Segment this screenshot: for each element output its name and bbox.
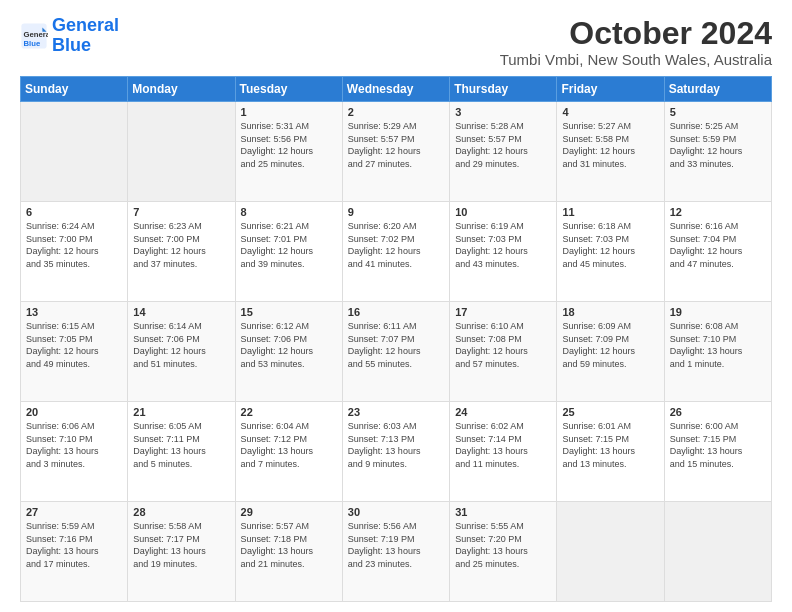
day-number: 19 [670, 306, 766, 318]
day-number: 20 [26, 406, 122, 418]
table-cell [128, 102, 235, 202]
table-cell: 17Sunrise: 6:10 AM Sunset: 7:08 PM Dayli… [450, 302, 557, 402]
day-number: 30 [348, 506, 444, 518]
table-cell [21, 102, 128, 202]
header-row: Sunday Monday Tuesday Wednesday Thursday… [21, 77, 772, 102]
table-cell: 21Sunrise: 6:05 AM Sunset: 7:11 PM Dayli… [128, 402, 235, 502]
day-number: 4 [562, 106, 658, 118]
calendar-body: 1Sunrise: 5:31 AM Sunset: 5:56 PM Daylig… [21, 102, 772, 602]
day-info: Sunrise: 6:00 AM Sunset: 7:15 PM Dayligh… [670, 420, 766, 470]
table-cell: 4Sunrise: 5:27 AM Sunset: 5:58 PM Daylig… [557, 102, 664, 202]
table-cell: 25Sunrise: 6:01 AM Sunset: 7:15 PM Dayli… [557, 402, 664, 502]
table-cell: 9Sunrise: 6:20 AM Sunset: 7:02 PM Daylig… [342, 202, 449, 302]
day-number: 8 [241, 206, 337, 218]
day-info: Sunrise: 6:21 AM Sunset: 7:01 PM Dayligh… [241, 220, 337, 270]
day-number: 26 [670, 406, 766, 418]
table-cell: 2Sunrise: 5:29 AM Sunset: 5:57 PM Daylig… [342, 102, 449, 202]
table-cell: 6Sunrise: 6:24 AM Sunset: 7:00 PM Daylig… [21, 202, 128, 302]
header: General Blue General Blue October 2024 T… [20, 16, 772, 68]
table-cell [557, 502, 664, 602]
day-info: Sunrise: 6:03 AM Sunset: 7:13 PM Dayligh… [348, 420, 444, 470]
table-cell: 5Sunrise: 5:25 AM Sunset: 5:59 PM Daylig… [664, 102, 771, 202]
col-tuesday: Tuesday [235, 77, 342, 102]
table-cell: 11Sunrise: 6:18 AM Sunset: 7:03 PM Dayli… [557, 202, 664, 302]
col-sunday: Sunday [21, 77, 128, 102]
day-info: Sunrise: 6:14 AM Sunset: 7:06 PM Dayligh… [133, 320, 229, 370]
table-cell: 14Sunrise: 6:14 AM Sunset: 7:06 PM Dayli… [128, 302, 235, 402]
day-info: Sunrise: 6:24 AM Sunset: 7:00 PM Dayligh… [26, 220, 122, 270]
table-cell: 15Sunrise: 6:12 AM Sunset: 7:06 PM Dayli… [235, 302, 342, 402]
day-info: Sunrise: 6:15 AM Sunset: 7:05 PM Dayligh… [26, 320, 122, 370]
day-info: Sunrise: 5:27 AM Sunset: 5:58 PM Dayligh… [562, 120, 658, 170]
table-cell: 1Sunrise: 5:31 AM Sunset: 5:56 PM Daylig… [235, 102, 342, 202]
page: General Blue General Blue October 2024 T… [0, 0, 792, 612]
day-number: 18 [562, 306, 658, 318]
day-info: Sunrise: 5:28 AM Sunset: 5:57 PM Dayligh… [455, 120, 551, 170]
day-number: 12 [670, 206, 766, 218]
week-row-1: 1Sunrise: 5:31 AM Sunset: 5:56 PM Daylig… [21, 102, 772, 202]
day-number: 16 [348, 306, 444, 318]
day-info: Sunrise: 5:56 AM Sunset: 7:19 PM Dayligh… [348, 520, 444, 570]
day-info: Sunrise: 6:04 AM Sunset: 7:12 PM Dayligh… [241, 420, 337, 470]
day-number: 15 [241, 306, 337, 318]
day-info: Sunrise: 5:58 AM Sunset: 7:17 PM Dayligh… [133, 520, 229, 570]
col-wednesday: Wednesday [342, 77, 449, 102]
logo-line2: Blue [52, 35, 91, 55]
day-number: 11 [562, 206, 658, 218]
day-number: 28 [133, 506, 229, 518]
day-number: 2 [348, 106, 444, 118]
subtitle: Tumbi Vmbi, New South Wales, Australia [500, 51, 772, 68]
calendar-header: Sunday Monday Tuesday Wednesday Thursday… [21, 77, 772, 102]
day-number: 14 [133, 306, 229, 318]
logo: General Blue General Blue [20, 16, 119, 56]
day-info: Sunrise: 5:55 AM Sunset: 7:20 PM Dayligh… [455, 520, 551, 570]
table-cell [664, 502, 771, 602]
table-cell: 27Sunrise: 5:59 AM Sunset: 7:16 PM Dayli… [21, 502, 128, 602]
day-number: 29 [241, 506, 337, 518]
day-info: Sunrise: 6:02 AM Sunset: 7:14 PM Dayligh… [455, 420, 551, 470]
col-thursday: Thursday [450, 77, 557, 102]
day-info: Sunrise: 6:06 AM Sunset: 7:10 PM Dayligh… [26, 420, 122, 470]
day-number: 24 [455, 406, 551, 418]
day-number: 25 [562, 406, 658, 418]
day-number: 13 [26, 306, 122, 318]
table-cell: 31Sunrise: 5:55 AM Sunset: 7:20 PM Dayli… [450, 502, 557, 602]
week-row-5: 27Sunrise: 5:59 AM Sunset: 7:16 PM Dayli… [21, 502, 772, 602]
day-info: Sunrise: 6:09 AM Sunset: 7:09 PM Dayligh… [562, 320, 658, 370]
table-cell: 26Sunrise: 6:00 AM Sunset: 7:15 PM Dayli… [664, 402, 771, 502]
day-info: Sunrise: 5:29 AM Sunset: 5:57 PM Dayligh… [348, 120, 444, 170]
day-number: 3 [455, 106, 551, 118]
table-cell: 28Sunrise: 5:58 AM Sunset: 7:17 PM Dayli… [128, 502, 235, 602]
day-number: 23 [348, 406, 444, 418]
table-cell: 16Sunrise: 6:11 AM Sunset: 7:07 PM Dayli… [342, 302, 449, 402]
day-number: 9 [348, 206, 444, 218]
day-number: 21 [133, 406, 229, 418]
table-cell: 19Sunrise: 6:08 AM Sunset: 7:10 PM Dayli… [664, 302, 771, 402]
col-monday: Monday [128, 77, 235, 102]
day-info: Sunrise: 5:59 AM Sunset: 7:16 PM Dayligh… [26, 520, 122, 570]
table-cell: 8Sunrise: 6:21 AM Sunset: 7:01 PM Daylig… [235, 202, 342, 302]
day-info: Sunrise: 5:25 AM Sunset: 5:59 PM Dayligh… [670, 120, 766, 170]
table-cell: 20Sunrise: 6:06 AM Sunset: 7:10 PM Dayli… [21, 402, 128, 502]
day-number: 6 [26, 206, 122, 218]
table-cell: 29Sunrise: 5:57 AM Sunset: 7:18 PM Dayli… [235, 502, 342, 602]
table-cell: 3Sunrise: 5:28 AM Sunset: 5:57 PM Daylig… [450, 102, 557, 202]
day-number: 7 [133, 206, 229, 218]
table-cell: 13Sunrise: 6:15 AM Sunset: 7:05 PM Dayli… [21, 302, 128, 402]
day-info: Sunrise: 6:08 AM Sunset: 7:10 PM Dayligh… [670, 320, 766, 370]
day-info: Sunrise: 6:20 AM Sunset: 7:02 PM Dayligh… [348, 220, 444, 270]
day-info: Sunrise: 6:10 AM Sunset: 7:08 PM Dayligh… [455, 320, 551, 370]
table-cell: 12Sunrise: 6:16 AM Sunset: 7:04 PM Dayli… [664, 202, 771, 302]
col-friday: Friday [557, 77, 664, 102]
table-cell: 23Sunrise: 6:03 AM Sunset: 7:13 PM Dayli… [342, 402, 449, 502]
table-cell: 7Sunrise: 6:23 AM Sunset: 7:00 PM Daylig… [128, 202, 235, 302]
day-number: 5 [670, 106, 766, 118]
day-info: Sunrise: 6:01 AM Sunset: 7:15 PM Dayligh… [562, 420, 658, 470]
table-cell: 10Sunrise: 6:19 AM Sunset: 7:03 PM Dayli… [450, 202, 557, 302]
day-info: Sunrise: 6:11 AM Sunset: 7:07 PM Dayligh… [348, 320, 444, 370]
day-info: Sunrise: 6:16 AM Sunset: 7:04 PM Dayligh… [670, 220, 766, 270]
day-number: 1 [241, 106, 337, 118]
day-info: Sunrise: 6:12 AM Sunset: 7:06 PM Dayligh… [241, 320, 337, 370]
logo-line1: General [52, 15, 119, 35]
table-cell: 24Sunrise: 6:02 AM Sunset: 7:14 PM Dayli… [450, 402, 557, 502]
